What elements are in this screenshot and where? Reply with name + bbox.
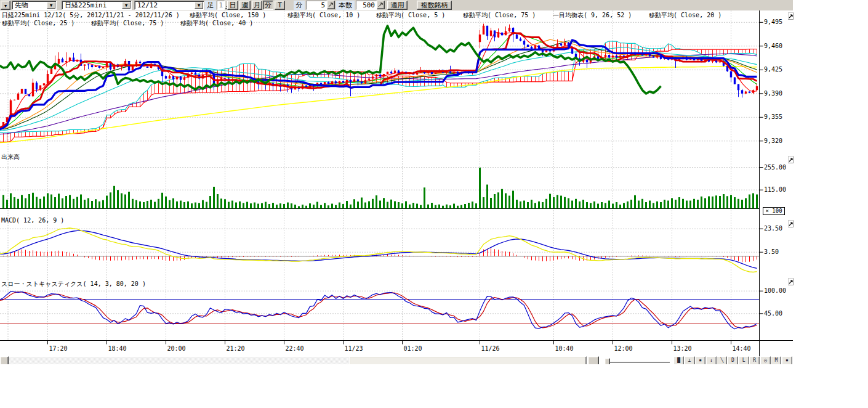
top-toolbar: ▼ 先物 ▼ 日経225mini ▼ 12/12 ▼ 足 1 日 週 月 分 T… — [0, 0, 793, 10]
macd-pane-label: MACD( 12, 26, 9 ) — [1, 217, 64, 224]
dropdown-arrow-icon[interactable]: ▼ — [195, 2, 203, 9]
instrument-type-select[interactable]: 先物 ▼ — [12, 1, 57, 10]
macd-pane-menu-button[interactable] — [788, 220, 794, 227]
daily-button[interactable]: 日 — [227, 1, 238, 10]
legend-row-1: 日経225mini 12/12( 5分, 2012/11/21 - 2012/1… — [0, 12, 759, 19]
moving-averages — [0, 32, 757, 143]
spin-icon — [328, 1, 334, 9]
bottom-toolbar-button[interactable]: R — [749, 356, 760, 364]
stochastics-pane — [0, 292, 759, 329]
contract-month-select[interactable]: 12/12 ▼ — [134, 1, 204, 10]
volume-pane-label: 出来高 — [1, 153, 20, 161]
legend-item: 一目均衡表( 9, 26, 52 ) — [553, 12, 632, 19]
dropdown-arrow-icon[interactable]: ▼ — [122, 2, 131, 9]
time-axis-labels: 17:2018:4020:0021:2022:4011/2301:2011/26… — [0, 345, 793, 353]
legend-item: 移動平均( Close, 75 ) — [91, 20, 164, 27]
symbol-value: 日経225mini — [65, 2, 106, 9]
main-pane-menu-button[interactable] — [788, 12, 794, 20]
time-axis-label: 18:40 — [108, 345, 127, 353]
volume-multiplier-badge: × 100 — [763, 207, 785, 215]
legend-item: 移動平均( Close, 25 ) — [2, 20, 74, 27]
bottom-scrollbar-strip: ▐▌⊥▪↓╲DLR◎M▪ — [0, 356, 793, 364]
time-axis-label: 12:00 — [614, 345, 633, 353]
popout-arrow-icon — [789, 157, 793, 163]
price-axis-label: 9,495 — [764, 18, 782, 26]
macd-axis-label: 3.50 — [764, 248, 779, 256]
zoom-slider-track — [606, 362, 670, 363]
dropdown-arrow-icon[interactable]: ▼ — [47, 2, 55, 9]
symbol-select[interactable]: 日経225mini ▼ — [62, 1, 132, 10]
instrument-type-value: 先物 — [15, 2, 28, 9]
bottom-toolbar-button[interactable]: ◎ — [760, 356, 771, 364]
legend-item: 移動平均( Close, 10 ) — [287, 12, 360, 19]
time-axis-label: 11/23 — [345, 345, 363, 353]
scroll-step-button[interactable] — [588, 356, 599, 364]
tick-button[interactable]: T — [275, 1, 285, 10]
legend-item: 移動平均( Close, 150 ) — [190, 12, 266, 19]
minute-value-spinner[interactable] — [327, 1, 335, 9]
bottom-toolbar-button[interactable]: ▪ — [782, 356, 792, 364]
time-axis-label: 21:20 — [227, 345, 245, 353]
zoom-slider[interactable] — [602, 356, 671, 364]
bar-count-spinner[interactable] — [377, 1, 385, 9]
price-axis-label: 9,390 — [764, 90, 782, 97]
price-axis-label: 9,355 — [764, 113, 782, 121]
contract-month-value: 12/12 — [137, 2, 158, 9]
stoch-axis-label: 45.00 — [764, 310, 782, 317]
scrollbar-thumb[interactable] — [349, 356, 587, 364]
price-axis-label: 9,320 — [764, 137, 782, 145]
popout-arrow-icon — [789, 13, 793, 19]
volume-axis-label: 115.00 — [764, 186, 786, 194]
scrollbar-track[interactable] — [9, 357, 349, 364]
time-axis-label: 17:20 — [49, 345, 68, 353]
price-axis-label: 9,425 — [764, 66, 782, 73]
bar-interval-input[interactable]: 1 — [217, 1, 225, 10]
price-axis-label: 9,460 — [764, 43, 782, 50]
chart-canvas[interactable] — [0, 10, 798, 365]
legend-item: 移動平均( Close, 40 ) — [180, 20, 253, 27]
bottom-toolbar-button[interactable]: ▐▌ — [673, 356, 684, 364]
legend-row-2: 移動平均( Close, 25 )移動平均( Close, 75 )移動平均( … — [0, 20, 759, 27]
macd-axis-label: 23.50 — [764, 225, 782, 232]
weekly-button[interactable]: 週 — [239, 1, 251, 10]
macd-pane — [0, 228, 759, 272]
bar-type-label: 足 — [205, 1, 216, 10]
stoch-axis-label: 100.00 — [764, 287, 786, 295]
axes — [0, 10, 793, 364]
time-axis-label: 11/26 — [481, 345, 500, 353]
bottom-toolbar-button[interactable]: ⊥ — [685, 356, 695, 364]
time-axis-label: 20:00 — [167, 345, 186, 353]
bottom-toolbar-button[interactable]: ▪ — [695, 356, 705, 364]
bar-count-input[interactable]: 500 — [356, 1, 377, 10]
stochastics-pane-menu-button[interactable] — [788, 278, 794, 285]
time-axis-label: 22:40 — [286, 345, 304, 353]
time-axis-label: 14:40 — [733, 345, 751, 353]
bottom-toolbar-button[interactable]: L — [739, 356, 749, 364]
mini-dropdown-button[interactable]: ▼ — [1, 1, 10, 10]
time-axis-label: 13:20 — [673, 345, 692, 353]
spin-icon — [377, 1, 384, 9]
dropdown-arrow-icon: ▼ — [4, 4, 7, 9]
apply-button[interactable]: 適用 — [387, 1, 408, 10]
stochastics-pane-label: スロー・ストキャスティクス( 14, 3, 80, 20 ) — [1, 280, 146, 288]
popout-arrow-icon — [789, 279, 793, 285]
scroll-left-button[interactable] — [0, 356, 9, 364]
monthly-button[interactable]: 月 — [252, 1, 262, 10]
legend-item: 移動平均( Close, 5 ) — [376, 12, 445, 19]
bottom-toolbar-button[interactable]: ╲ — [717, 356, 727, 364]
volume-axis-label: 255.00 — [764, 164, 786, 171]
volume-pane-menu-button[interactable] — [788, 156, 794, 163]
legend-item: 移動平均( Close, 20 ) — [649, 12, 721, 19]
minute-value-input[interactable]: 5 — [306, 1, 327, 10]
chart-application: ▼ 先物 ▼ 日経225mini ▼ 12/12 ▼ 足 1 日 週 月 分 T… — [0, 0, 868, 408]
minute-button[interactable]: 分 — [263, 1, 273, 10]
bottom-toolbar-button[interactable]: ↓ — [706, 356, 717, 364]
zoom-slider-thumb[interactable] — [605, 358, 610, 364]
legend-item: 移動平均( Close, 75 ) — [463, 12, 536, 19]
minute-unit-label: 分 — [294, 1, 305, 10]
bar-count-label: 本数 — [336, 1, 355, 10]
multi-symbol-button[interactable]: 複数銘柄 — [417, 1, 452, 10]
bottom-toolbar-button[interactable]: M — [771, 356, 781, 364]
bottom-toolbar-button[interactable]: D — [728, 356, 738, 364]
time-axis-label: 01:20 — [404, 345, 422, 353]
